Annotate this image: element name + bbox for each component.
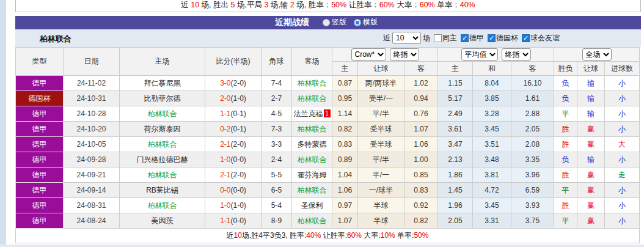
- final-odds-select-2[interactable]: 终指: [502, 48, 531, 61]
- league-badge: 德甲: [16, 152, 64, 168]
- red-card-badge: 1: [324, 109, 331, 117]
- avg-home: 2.13: [438, 152, 473, 168]
- full-match-select[interactable]: 全场: [582, 48, 612, 61]
- goals-outcome: 小: [605, 106, 640, 122]
- match-row: 德甲24-10-20荷尔斯泰因0-2(0-1)7-3柏林联合0.82受半球1.0…: [16, 122, 640, 137]
- odds-away: 0.85: [404, 168, 438, 183]
- avg-home: 3.47: [438, 137, 473, 152]
- filter-checkbox-club-friendly[interactable]: 球会友谊: [522, 33, 560, 43]
- checkbox-icon-bundesliga[interactable]: [461, 34, 469, 42]
- checkbox-icon-same-home[interactable]: [434, 34, 442, 42]
- filter-controls: 近10场同主德甲德国杯球会友谊: [383, 32, 560, 44]
- sub-column-header-6: 胜负: [554, 62, 577, 76]
- crow-select[interactable]: Crow*: [351, 48, 386, 61]
- league-badge: 德甲: [16, 106, 64, 122]
- filter-checkbox-dfb-pokal[interactable]: 德国杯: [488, 33, 518, 43]
- match-score: 0-0(0-0): [205, 183, 262, 198]
- radio-icon-horizontal[interactable]: [354, 19, 361, 26]
- stat-segment: 场, 胜率：: [295, 1, 331, 9]
- league-badge: 德国杯: [16, 91, 64, 106]
- odds-handicap: 受半/一: [358, 91, 404, 106]
- league-badge: 德甲: [16, 198, 64, 213]
- match-row: 德甲24-09-28门兴格拉德巴赫1-0(0-0)2-4柏林联合0.89平/半1…: [16, 152, 640, 168]
- match-count-select[interactable]: 10: [392, 32, 421, 44]
- away-team-name: 多特蒙德: [298, 140, 327, 149]
- odds-away: 0.92: [404, 198, 438, 213]
- match-date: 24-10-05: [64, 137, 120, 152]
- handicap-outcome: 输: [577, 76, 605, 91]
- match-score: 1-1(0-0): [205, 213, 262, 229]
- filter-checkbox-bundesliga[interactable]: 德甲: [461, 33, 484, 43]
- avg-away: 3.93: [511, 198, 554, 213]
- handicap-outcome: 输: [577, 91, 605, 106]
- odds-group-result_group: 全场: [554, 48, 640, 62]
- result-outcome: 胜: [554, 168, 577, 183]
- away-team: 柏林联合: [292, 183, 332, 198]
- avg-home: 2.49: [438, 106, 473, 122]
- stat-segment: 场, 胜出: [199, 1, 230, 9]
- fulltime-score: 1-0: [220, 201, 230, 210]
- sub-column-header-3: 主: [438, 62, 473, 76]
- home-team-name: 美因茨: [152, 216, 174, 225]
- home-team: RB莱比锡: [120, 183, 205, 198]
- avg-draw: 3.51: [473, 137, 511, 152]
- handicap-outcome: 输: [577, 152, 605, 168]
- match-score: 2-1(2-0): [205, 137, 262, 152]
- avg-home: 1.86: [438, 168, 473, 183]
- team-name-label: 柏林联合: [40, 34, 71, 45]
- stat-segment: 场,输: [268, 1, 290, 9]
- radio-label-horizontal: 横版: [363, 17, 378, 28]
- checkbox-icon-club-friendly[interactable]: [522, 34, 530, 42]
- fulltime-score: 1-1: [220, 109, 230, 118]
- corner-score: 5-4: [262, 198, 292, 213]
- checkbox-icon-dfb-pokal[interactable]: [488, 34, 496, 42]
- home-team: 美因茨: [120, 213, 205, 229]
- home-team-name: 门兴格拉德巴赫: [137, 155, 188, 164]
- column-header-4: 角球: [262, 48, 292, 76]
- away-team: 柏林联合: [292, 152, 332, 168]
- stat-segment: 场,平局: [235, 1, 265, 9]
- avg-draw: 3.45: [473, 198, 511, 213]
- match-row: 德甲24-11-02拜仁慕尼黑3-0(2-0)7-4柏林联合0.87两/两球半1…: [16, 76, 640, 91]
- home-team-name: 柏林联合: [148, 109, 177, 118]
- avg-away: 2.88: [511, 106, 554, 122]
- top-stats-bar: 近 10 场, 胜出 5 场,平局 3 场,输 2 场, 胜率：50% 让胜率：…: [15, 0, 641, 12]
- result-outcome: 胜: [554, 137, 577, 152]
- stat-segment: 50%: [414, 231, 428, 240]
- match-date: 24-10-20: [64, 122, 120, 137]
- avg-away: 1.61: [511, 91, 554, 106]
- match-score: 2-1(2-0): [205, 168, 262, 183]
- final-odds-select[interactable]: 终指: [390, 48, 419, 61]
- column-header-1: 日期: [64, 48, 120, 76]
- result-outcome: 胜: [554, 198, 577, 213]
- home-team: 柏林联合: [120, 106, 205, 122]
- filter-checkbox-same-home[interactable]: 同主: [434, 33, 457, 43]
- avg-draw: 3.85: [473, 91, 511, 106]
- odds-home: 0.95: [332, 91, 358, 106]
- corner-score: 3-3: [262, 137, 292, 152]
- stat-segment: 10: [191, 1, 199, 9]
- stat-segment: 场,胜4平3负3, 胜率:: [242, 231, 306, 240]
- stat-segment: 10: [234, 231, 242, 240]
- halftime-score: (2-0): [231, 140, 246, 149]
- avg-draw: 8.04: [473, 76, 511, 91]
- avg-away: 3.75: [511, 213, 554, 229]
- sub-column-header-0: 主: [332, 62, 358, 76]
- matches-suffix: 场: [423, 33, 430, 43]
- layout-radio-vertical[interactable]: 竖版: [323, 17, 346, 28]
- handicap-outcome: 输: [577, 106, 605, 122]
- avg-away: 3.35: [511, 152, 554, 168]
- avg-away: 16.10: [511, 76, 554, 91]
- halftime-score: (2-0): [231, 171, 246, 179]
- home-team: 门兴格拉德巴赫: [120, 152, 205, 168]
- odds-handicap: 受半球: [358, 137, 404, 152]
- radio-icon-vertical[interactable]: [323, 19, 330, 26]
- radio-label-vertical: 竖版: [332, 17, 346, 28]
- corner-score: 5-5: [262, 168, 292, 183]
- odds-home: 0.82: [332, 122, 358, 137]
- average-select[interactable]: 平均值: [461, 48, 498, 61]
- avg-draw: 4.72: [473, 183, 511, 198]
- goals-outcome: 小: [605, 91, 640, 106]
- handicap-outcome: 赢: [577, 213, 605, 229]
- layout-radio-horizontal[interactable]: 横版: [354, 17, 378, 28]
